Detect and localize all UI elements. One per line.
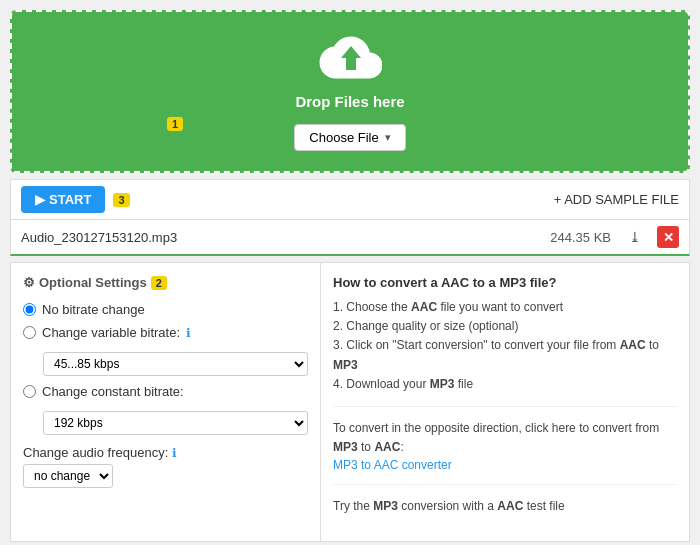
radio-constant[interactable]: Change constant bitrate:: [23, 384, 308, 399]
settings-panel: ⚙ Optional Settings 2 No bitrate change …: [11, 263, 321, 541]
info-box-try-text: Try the MP3 conversion with a AAC test f…: [333, 497, 677, 516]
info-box-opposite-text: To convert in the opposite direction, cl…: [333, 419, 677, 457]
drop-zone[interactable]: Drop Files here 1 Choose File ▾: [10, 10, 690, 173]
freq-label: Change audio frequency: ℹ: [23, 445, 308, 460]
settings-label: Optional Settings: [39, 275, 147, 290]
badge-1: 1: [167, 117, 183, 131]
radio-no-change-input[interactable]: [23, 303, 36, 316]
upload-cloud-icon: [318, 32, 382, 87]
file-name: Audio_230127153120.mp3: [21, 230, 540, 245]
radio-constant-input[interactable]: [23, 385, 36, 398]
start-label: START: [49, 192, 91, 207]
add-sample-label: + ADD SAMPLE FILE: [554, 192, 679, 207]
gear-icon: ⚙: [23, 275, 35, 290]
chevron-down-icon: ▾: [385, 131, 391, 144]
remove-icon: ✕: [663, 230, 674, 245]
info-box-opposite: To convert in the opposite direction, cl…: [333, 419, 677, 485]
radio-variable-input[interactable]: [23, 326, 36, 339]
file-row: Audio_230127153120.mp3 244.35 KB ⤓ ✕: [10, 220, 690, 256]
radio-variable-label: Change variable bitrate:: [42, 325, 180, 340]
add-sample-button[interactable]: + ADD SAMPLE FILE: [554, 192, 679, 207]
info-box-how-to-text: 1. Choose the AAC file you want to conve…: [333, 298, 677, 394]
file-size: 244.35 KB: [550, 230, 611, 245]
mp3-to-aac-link[interactable]: MP3 to AAC converter: [333, 458, 452, 472]
file-remove-button[interactable]: ✕: [657, 226, 679, 248]
drop-text: Drop Files here: [295, 93, 404, 110]
info-box-how-to-title: How to convert a AAC to a MP3 file?: [333, 275, 677, 290]
variable-bitrate-select[interactable]: 45...85 kbps 85...165 kbps 165...320 kbp…: [43, 352, 308, 376]
variable-info-icon[interactable]: ℹ: [186, 326, 191, 340]
radio-no-change-label: No bitrate change: [42, 302, 145, 317]
constant-bitrate-select[interactable]: 192 kbps 128 kbps 256 kbps 320 kbps: [43, 411, 308, 435]
start-button[interactable]: ▶ START: [21, 186, 105, 213]
badge-3: 3: [113, 193, 129, 207]
radio-no-change[interactable]: No bitrate change: [23, 302, 308, 317]
bitrate-options: No bitrate change Change variable bitrat…: [23, 302, 308, 435]
freq-label-text: Change audio frequency:: [23, 445, 168, 460]
download-icon[interactable]: ⤓: [629, 229, 641, 245]
radio-variable[interactable]: Change variable bitrate: ℹ: [23, 325, 308, 340]
info-box-try: Try the MP3 conversion with a AAC test f…: [333, 497, 677, 528]
info-box-how-to: How to convert a AAC to a MP3 file? 1. C…: [333, 275, 677, 407]
freq-info-icon[interactable]: ℹ: [172, 446, 177, 460]
play-icon: ▶: [35, 192, 45, 207]
choose-file-button[interactable]: Choose File ▾: [294, 124, 405, 151]
toolbar: ▶ START 3 + ADD SAMPLE FILE: [10, 179, 690, 220]
bottom-section: ⚙ Optional Settings 2 No bitrate change …: [10, 262, 690, 542]
choose-file-label: Choose File: [309, 130, 378, 145]
toolbar-left: ▶ START 3: [21, 186, 130, 213]
settings-title: ⚙ Optional Settings 2: [23, 275, 308, 290]
info-panel: How to convert a AAC to a MP3 file? 1. C…: [321, 263, 689, 541]
radio-constant-label: Change constant bitrate:: [42, 384, 184, 399]
freq-select[interactable]: no change 8000 Hz 11025 Hz 22050 Hz 4410…: [23, 464, 113, 488]
badge-2: 2: [151, 276, 167, 290]
